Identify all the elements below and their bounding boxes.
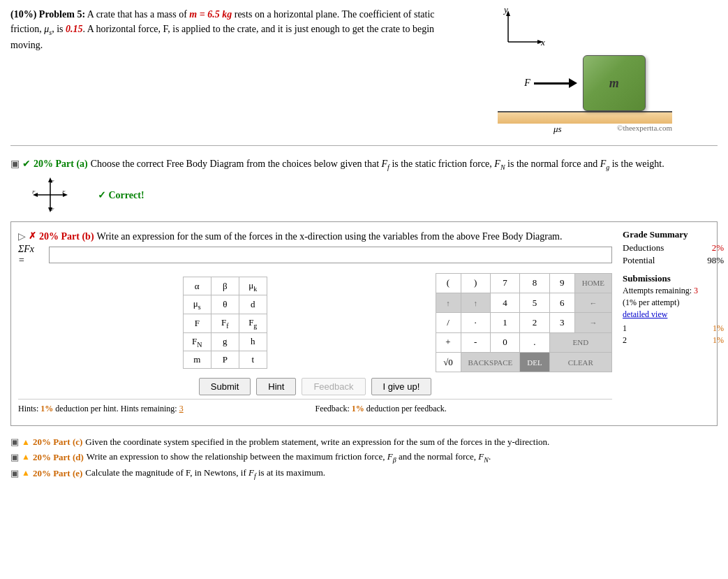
- calc-close-paren[interactable]: ): [461, 273, 490, 293]
- submissions-section: Submissions Attempts remaining: 3 (1% pe…: [623, 273, 724, 346]
- calc-home[interactable]: HOME: [574, 273, 611, 293]
- hints-row: Hints: 1% deduction per hint. Hints rema…: [18, 399, 612, 418]
- calc-minus[interactable]: -: [461, 332, 490, 352]
- part-e-label: 20% Part (e): [33, 468, 82, 479]
- part-d-text: Write an expression to show the relation…: [87, 451, 491, 464]
- button-row: Submit Hint Feedback I give up!: [18, 378, 612, 395]
- symbol-row-3: F Ff Fg: [183, 314, 267, 332]
- part-a-check-icon: ✔: [22, 156, 31, 171]
- calc-clear[interactable]: CLEAR: [549, 352, 611, 372]
- feedback-button[interactable]: Feedback: [302, 378, 365, 395]
- grade-summary-title: Grade Summary: [623, 229, 724, 240]
- part-e-collapse-icon[interactable]: ▣: [10, 468, 19, 479]
- calc-del[interactable]: DEL: [520, 352, 549, 372]
- svg-text:x: x: [540, 37, 545, 47]
- calc-fwd-arrow[interactable]: →: [574, 313, 611, 332]
- calc-sqrt[interactable]: √0: [436, 352, 461, 372]
- calc-3[interactable]: 3: [549, 313, 574, 332]
- fbd-diagram: F F F F: [31, 176, 70, 214]
- arrow-head: [569, 78, 577, 88]
- symbol-row-2: μs θ d: [183, 295, 267, 314]
- calc-area: α β μk μs θ d F Ff Fg: [18, 273, 612, 372]
- hints-right: Feedback: 1% deduction per feedback.: [315, 404, 613, 414]
- fbd-svg: F F F F: [31, 176, 70, 214]
- potential-value: 98%: [707, 255, 724, 266]
- calc-open-paren[interactable]: (: [436, 273, 461, 293]
- calc-theta[interactable]: θ: [211, 295, 239, 314]
- coordinate-axes: y x: [494, 7, 550, 55]
- calc-1[interactable]: 1: [490, 313, 519, 332]
- submit-button[interactable]: Submit: [199, 378, 251, 395]
- num-row-4: + - 0 . END: [436, 332, 612, 352]
- calc-dot[interactable]: ·: [461, 313, 490, 332]
- sigma-fx-label: ΣFx =: [18, 244, 43, 266]
- calc-d[interactable]: d: [239, 295, 267, 314]
- sub1-num: 1: [623, 323, 627, 334]
- calc-period[interactable]: .: [520, 332, 549, 352]
- attempts-row: Attempts remaining: 3: [623, 286, 724, 296]
- calc-2[interactable]: 2: [520, 313, 549, 332]
- part-b-header: ▷ ✗ 20% Part (b) Write an expression for…: [18, 229, 612, 244]
- part-a-section: ▣ ✔ 20% Part (a) Choose the correct Free…: [10, 156, 718, 214]
- calc-mus[interactable]: μs: [183, 295, 211, 314]
- sub-row-2: 2 1%: [623, 335, 724, 346]
- calc-plus[interactable]: +: [436, 332, 461, 352]
- calc-beta[interactable]: β: [211, 277, 239, 295]
- symbol-table: α β μk μs θ d F Ff Fg: [183, 277, 267, 369]
- calc-t[interactable]: t: [239, 351, 267, 369]
- calc-5[interactable]: 5: [520, 293, 549, 313]
- part-d-row: ▣ ▲ 20% Part (d) Write an expression to …: [10, 451, 718, 464]
- calc-FN[interactable]: FN: [183, 332, 211, 351]
- feedback-label: Feedback: 1% deduction per feedback.: [315, 404, 447, 413]
- num-row-2: ↑ ↑ 4 5 6 ←: [436, 293, 612, 313]
- part-a-collapse-icon[interactable]: ▣: [10, 156, 20, 171]
- calc-muk[interactable]: μk: [239, 277, 267, 295]
- problem-header-text: (10%) Problem 5: A crate that has a mass…: [10, 9, 435, 50]
- calc-P[interactable]: P: [211, 351, 239, 369]
- num-table: ( ) 7 8 9 HOME ↑ ↑ 4 5 6: [436, 273, 613, 372]
- part-b-collapse-icon[interactable]: ▷: [18, 229, 26, 244]
- part-a-header: ▣ ✔ 20% Part (a) Choose the correct Free…: [10, 156, 718, 173]
- calc-F[interactable]: F: [183, 314, 211, 332]
- svg-text:F: F: [61, 189, 66, 195]
- calc-backspace[interactable]: BACKSPACE: [461, 352, 520, 372]
- correct-label: ✓ Correct!: [98, 189, 144, 201]
- calc-slash[interactable]: /: [436, 313, 461, 332]
- sub-row-1: 1 1%: [623, 323, 724, 334]
- svg-text:F: F: [31, 189, 36, 195]
- part-b-top: ▷ ✗ 20% Part (b) Write an expression for…: [18, 229, 710, 418]
- calc-g[interactable]: g: [211, 332, 239, 351]
- part-c-text: Given the coordinate system specified in…: [85, 437, 549, 448]
- calc-7[interactable]: 7: [490, 273, 519, 293]
- calc-Ff[interactable]: Ff: [211, 314, 239, 332]
- part-b-label: 20% Part (b): [39, 229, 94, 244]
- hints-remaining[interactable]: 3: [179, 404, 184, 413]
- physics-diagram-wrapper: F m μs ©theexpertta.com: [498, 55, 672, 135]
- detail-link-row: detailed view: [623, 309, 724, 320]
- calc-up1[interactable]: ↑: [436, 293, 461, 313]
- calc-0[interactable]: 0: [490, 332, 519, 352]
- hint-button[interactable]: Hint: [256, 378, 296, 395]
- part-d-collapse-icon[interactable]: ▣: [10, 452, 19, 463]
- calc-Fg[interactable]: Fg: [239, 314, 267, 332]
- calc-m[interactable]: m: [183, 351, 211, 369]
- calc-8[interactable]: 8: [520, 273, 549, 293]
- part-c-warning-icon: ▲: [22, 437, 30, 448]
- calc-back-arrow[interactable]: ←: [574, 293, 611, 313]
- calc-6[interactable]: 6: [549, 293, 574, 313]
- calc-4[interactable]: 4: [490, 293, 519, 313]
- mass-value: m = 6.5 kg: [189, 9, 232, 20]
- calc-9[interactable]: 9: [549, 273, 574, 293]
- calc-h[interactable]: h: [239, 332, 267, 351]
- ground-area: [498, 111, 672, 124]
- calc-up2[interactable]: ↑: [461, 293, 490, 313]
- part-a-label: 20% Part (a): [34, 156, 88, 171]
- part-c-collapse-icon[interactable]: ▣: [10, 437, 19, 448]
- part-b-container: ▷ ✗ 20% Part (b) Write an expression for…: [10, 221, 718, 426]
- attempts-num: 3: [694, 286, 698, 295]
- equation-input[interactable]: [49, 247, 613, 263]
- calc-end[interactable]: END: [549, 332, 611, 352]
- calc-alpha[interactable]: α: [183, 277, 211, 295]
- give-up-button[interactable]: I give up!: [371, 378, 432, 395]
- detail-link[interactable]: detailed view: [623, 309, 667, 319]
